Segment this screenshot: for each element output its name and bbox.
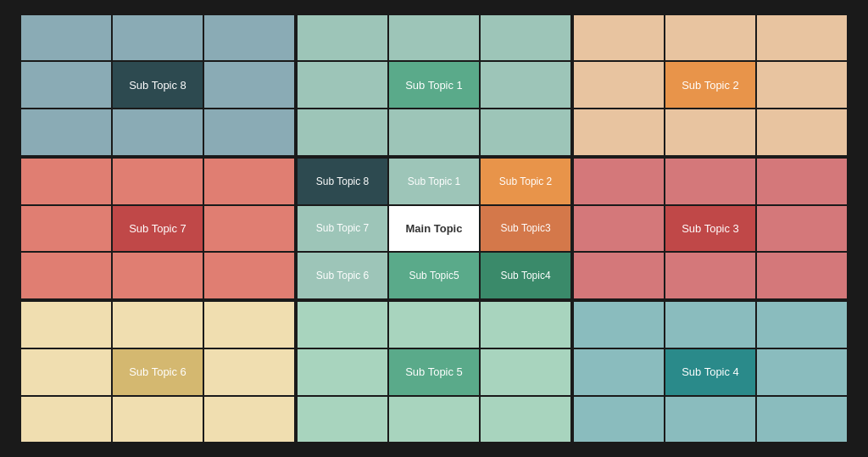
cell[interactable] <box>298 109 387 155</box>
cell[interactable] <box>204 15 294 61</box>
center-cell-subtopic7[interactable]: Sub Topic 7 <box>298 206 387 252</box>
cell[interactable] <box>481 109 570 155</box>
cell-highlighted[interactable]: Sub Topic 7 <box>113 206 203 252</box>
cell[interactable] <box>389 109 479 155</box>
cell-highlighted[interactable]: Sub Topic 2 <box>665 62 755 108</box>
panel-middle-right: Sub Topic 3 <box>574 159 847 298</box>
cell[interactable] <box>113 109 203 155</box>
center-cell-subtopic1[interactable]: Sub Topic 1 <box>389 159 479 204</box>
cell[interactable] <box>757 62 847 108</box>
panel-bottom-left: Sub Topic 6 <box>21 302 294 442</box>
cell[interactable] <box>21 397 111 443</box>
cell[interactable] <box>298 62 387 108</box>
cell[interactable] <box>757 397 847 443</box>
cell[interactable] <box>481 302 570 348</box>
cell-highlighted[interactable]: Sub Topic 1 <box>389 62 479 108</box>
cell[interactable] <box>481 349 570 395</box>
cell[interactable] <box>204 349 294 395</box>
panel-top-right: Sub Topic 2 <box>574 15 847 155</box>
cell[interactable] <box>21 253 111 298</box>
center-cell-subtopic5[interactable]: Sub Topic5 <box>389 253 479 298</box>
cell[interactable] <box>665 253 755 298</box>
cell[interactable] <box>481 397 570 443</box>
cell-highlighted[interactable]: Sub Topic 8 <box>113 62 203 108</box>
cell-highlighted[interactable]: Sub Topic 6 <box>113 349 203 395</box>
cell[interactable] <box>574 15 664 61</box>
center-cell-main[interactable]: Main Topic <box>389 206 479 252</box>
cell-highlighted[interactable]: Sub Topic 4 <box>665 349 755 395</box>
cell[interactable] <box>298 302 387 348</box>
cell[interactable] <box>481 62 570 108</box>
cell[interactable] <box>21 159 111 204</box>
cell[interactable] <box>757 206 847 252</box>
cell[interactable] <box>665 397 755 443</box>
cell[interactable] <box>298 397 387 443</box>
cell[interactable] <box>757 15 847 61</box>
cell[interactable] <box>574 302 664 348</box>
cell-highlighted[interactable]: Sub Topic 5 <box>389 349 479 395</box>
cell[interactable] <box>21 302 111 348</box>
cell[interactable] <box>113 397 203 443</box>
cell[interactable] <box>204 253 294 298</box>
cell[interactable] <box>113 159 203 204</box>
panel-middle-left: Sub Topic 7 <box>21 159 294 298</box>
cell[interactable] <box>574 159 664 204</box>
cell[interactable] <box>21 15 111 61</box>
center-cell-subtopic6[interactable]: Sub Topic 6 <box>298 253 387 298</box>
cell[interactable] <box>665 302 755 348</box>
cell[interactable] <box>113 253 203 298</box>
cell[interactable] <box>113 302 203 348</box>
panel-bottom-right: Sub Topic 4 <box>574 302 847 442</box>
cell[interactable] <box>574 62 664 108</box>
cell[interactable] <box>204 62 294 108</box>
cell[interactable] <box>757 253 847 298</box>
panel-bottom-center: Sub Topic 5 <box>298 302 570 442</box>
main-grid: Sub Topic 8 Sub Topic 1 Sub Topic 2 Su <box>14 8 854 449</box>
cell[interactable] <box>481 15 570 61</box>
center-cell-subtopic2[interactable]: Sub Topic 2 <box>481 159 570 204</box>
center-cell-subtopic8[interactable]: Sub Topic 8 <box>298 159 387 204</box>
cell[interactable] <box>113 15 203 61</box>
cell[interactable] <box>21 62 111 108</box>
cell[interactable] <box>757 302 847 348</box>
cell[interactable] <box>389 397 479 443</box>
panel-top-center: Sub Topic 1 <box>298 15 570 155</box>
cell[interactable] <box>298 15 387 61</box>
cell[interactable] <box>574 253 664 298</box>
cell[interactable] <box>389 302 479 348</box>
cell[interactable] <box>574 349 664 395</box>
center-cell-subtopic4[interactable]: Sub Topic4 <box>481 253 570 298</box>
cell[interactable] <box>21 109 111 155</box>
cell[interactable] <box>204 206 294 252</box>
cell[interactable] <box>665 159 755 204</box>
panel-center: Sub Topic 8 Sub Topic 1 Sub Topic 2 Sub … <box>298 159 570 298</box>
cell[interactable] <box>21 206 111 252</box>
cell-highlighted[interactable]: Sub Topic 3 <box>665 206 755 252</box>
cell[interactable] <box>21 349 111 395</box>
cell[interactable] <box>204 159 294 204</box>
cell[interactable] <box>665 109 755 155</box>
cell[interactable] <box>757 349 847 395</box>
cell[interactable] <box>389 15 479 61</box>
cell[interactable] <box>574 109 664 155</box>
cell[interactable] <box>757 159 847 204</box>
cell[interactable] <box>574 397 664 443</box>
panel-top-left: Sub Topic 8 <box>21 15 294 155</box>
cell[interactable] <box>574 206 664 252</box>
center-cell-subtopic3[interactable]: Sub Topic3 <box>481 206 570 252</box>
cell[interactable] <box>204 109 294 155</box>
cell[interactable] <box>204 397 294 443</box>
cell[interactable] <box>298 349 387 395</box>
cell[interactable] <box>665 15 755 61</box>
cell[interactable] <box>204 302 294 348</box>
cell[interactable] <box>757 109 847 155</box>
